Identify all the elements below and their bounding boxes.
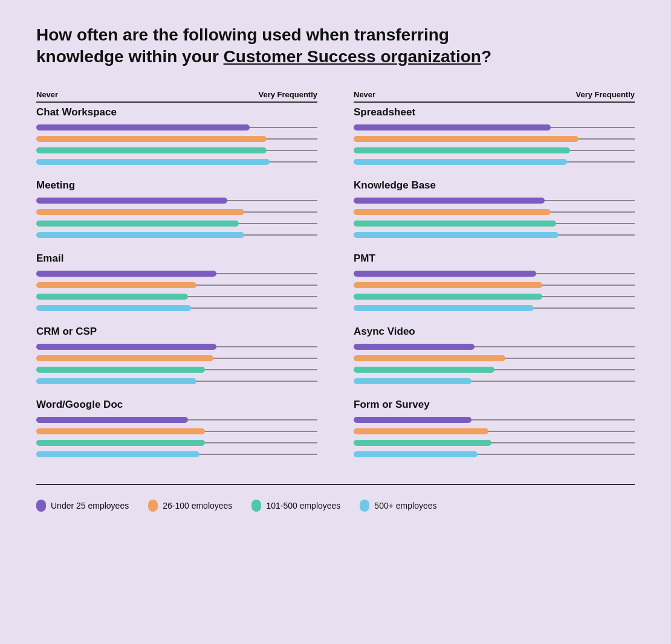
- bar-group-pmt: [354, 269, 635, 312]
- bar-row: [354, 219, 635, 228]
- legend-item-500plus: 500+ employees: [360, 500, 436, 512]
- bar-group-word-google: [36, 416, 317, 459]
- bar-purple: [354, 344, 475, 350]
- bar-row: [36, 231, 317, 239]
- bar-group-email: [36, 269, 317, 312]
- bar-purple: [36, 271, 216, 277]
- bar-purple: [354, 417, 472, 423]
- bar-orange: [354, 136, 579, 142]
- bar-orange: [354, 209, 551, 215]
- bar-row: [354, 292, 635, 301]
- section-title-async-video: Async Video: [354, 326, 635, 338]
- legend-item-26-100: 26-100 emoloyees: [148, 500, 232, 512]
- bar-row: [36, 281, 317, 289]
- bar-row: [354, 439, 635, 447]
- bar-blue: [354, 451, 478, 457]
- section-title-knowledge-base: Knowledge Base: [354, 179, 635, 192]
- right-axis: Never Very Frequently: [354, 90, 635, 103]
- bar-row: [36, 427, 317, 436]
- bar-row: [36, 219, 317, 228]
- bar-purple: [354, 271, 536, 277]
- legend-dot: [36, 500, 46, 512]
- bar-row: [354, 427, 635, 436]
- bar-row: [354, 146, 635, 155]
- bar-purple: [36, 124, 250, 130]
- bar-orange: [36, 428, 205, 434]
- bar-group-meeting: [36, 196, 317, 239]
- bar-orange: [354, 355, 505, 361]
- section-crm-csp: CRM or CSP: [36, 326, 317, 385]
- bar-teal: [354, 367, 494, 373]
- section-title-form-survey: Form or Survey: [354, 399, 635, 411]
- section-title-pmt: PMT: [354, 253, 635, 265]
- left-axis-very-frequently: Very Frequently: [258, 90, 317, 99]
- bar-teal: [36, 367, 205, 373]
- bar-orange: [354, 428, 488, 434]
- legend-dot: [360, 500, 369, 512]
- bar-blue: [36, 159, 270, 165]
- bar-purple: [354, 198, 545, 204]
- bar-blue: [354, 378, 472, 384]
- bar-row: [354, 281, 635, 289]
- bar-row: [354, 231, 635, 239]
- bar-purple: [36, 417, 188, 423]
- right-axis-very-frequently: Very Frequently: [575, 90, 635, 99]
- bar-row: [36, 343, 317, 351]
- bar-blue: [354, 159, 567, 165]
- section-word-google: Word/Google Doc: [36, 399, 317, 459]
- bar-group-async-video: [354, 343, 635, 385]
- bar-row: [36, 365, 317, 374]
- bar-purple: [36, 344, 216, 350]
- section-form-survey: Form or Survey: [354, 399, 635, 459]
- bar-row: [36, 304, 317, 312]
- bar-group-knowledge-base: [354, 196, 635, 239]
- bar-row: [354, 416, 635, 424]
- bar-row: [36, 123, 317, 132]
- charts-grid: Never Very Frequently Chat WorkspaceMeet…: [36, 90, 635, 472]
- bar-teal: [354, 294, 542, 300]
- bar-blue: [36, 305, 191, 311]
- section-meeting: Meeting: [36, 179, 317, 239]
- bar-row: [36, 196, 317, 205]
- chart-title: How often are the following used when tr…: [36, 24, 580, 68]
- bar-row: [36, 416, 317, 424]
- bar-orange: [36, 209, 244, 215]
- bar-row: [354, 269, 635, 278]
- section-async-video: Async Video: [354, 326, 635, 385]
- bar-row: [354, 158, 635, 166]
- bar-row: [354, 365, 635, 374]
- section-title-spreadsheet: Spreadsheet: [354, 106, 635, 118]
- bar-row: [354, 196, 635, 205]
- section-title-chat-workspace: Chat Workspace: [36, 106, 317, 118]
- bar-blue: [36, 451, 199, 457]
- bar-group-crm-csp: [36, 343, 317, 385]
- bar-teal: [36, 440, 205, 446]
- left-column: Never Very Frequently Chat WorkspaceMeet…: [36, 90, 317, 472]
- bar-orange: [36, 136, 267, 142]
- section-title-meeting: Meeting: [36, 179, 317, 192]
- bar-teal: [354, 221, 556, 227]
- bar-row: [354, 123, 635, 132]
- bar-row: [36, 146, 317, 155]
- legend-label: Under 25 employees: [51, 501, 129, 510]
- bar-purple: [36, 198, 227, 204]
- bar-teal: [36, 294, 188, 300]
- bar-row: [354, 343, 635, 351]
- left-axis-never: Never: [36, 90, 58, 99]
- bar-teal: [354, 147, 570, 153]
- right-column: Never Very Frequently SpreadsheetKnowled…: [354, 90, 635, 472]
- legend-label: 26-100 emoloyees: [163, 501, 232, 510]
- legend-label: 101-500 employees: [266, 501, 340, 510]
- legend-item-101-500: 101-500 employees: [251, 500, 340, 512]
- section-spreadsheet: Spreadsheet: [354, 106, 635, 166]
- bar-row: [36, 292, 317, 301]
- bar-blue: [36, 378, 196, 384]
- bar-row: [354, 304, 635, 312]
- bar-row: [36, 135, 317, 143]
- bar-purple: [354, 124, 551, 130]
- bar-teal: [354, 440, 491, 446]
- bar-blue: [354, 232, 559, 238]
- bar-row: [36, 450, 317, 459]
- bar-row: [36, 439, 317, 447]
- bar-blue: [36, 232, 244, 238]
